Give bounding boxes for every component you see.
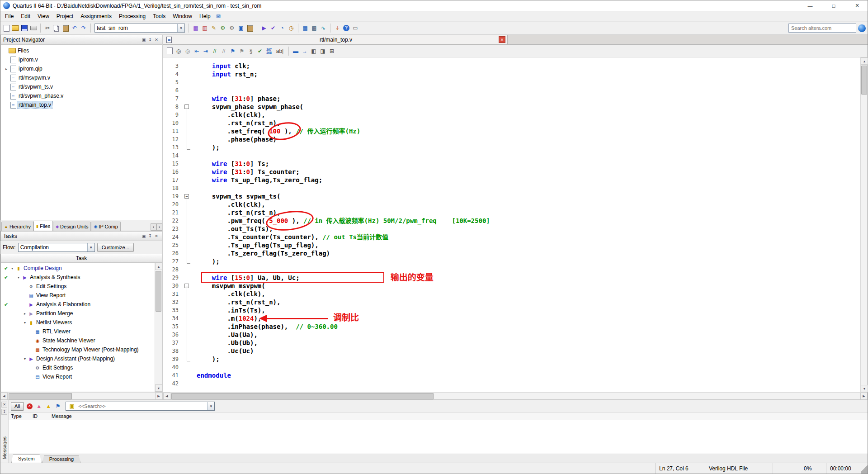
code-line[interactable]: 31 .clk(clk), [163,290,860,298]
copy-icon[interactable] [52,24,61,32]
indent-increase-icon[interactable]: ⇥ [202,47,210,55]
line-count-indicator[interactable]: 267 268 [265,47,273,55]
scroll-up-arrow[interactable]: ▲ [861,57,868,65]
code-line[interactable]: 27 ); [163,257,860,265]
maximize-button[interactable]: □ [823,0,844,11]
editor-tab-close-button[interactable]: ✕ [499,36,505,43]
task-item[interactable]: ⚙Edit Settings [1,363,155,372]
programmer-icon[interactable]: ↧ [333,24,341,32]
code-line[interactable]: 9 .clk(clk), [163,111,860,119]
bookmark-icon[interactable]: ⚑ [229,47,237,55]
code-line[interactable]: 16 wire [31:0] Ts_counter; [163,168,860,176]
pin-icon[interactable]: ↧ [147,233,153,239]
task-item[interactable]: ▾▶Design Assistant (Post-Mapping) [1,354,155,363]
tree-expand-icon[interactable]: ▾ [16,275,21,280]
code-line[interactable]: 7 wire [31:0] phase; [163,95,860,103]
customize-button[interactable]: Customize... [97,243,134,252]
globe-icon[interactable] [858,24,866,32]
messages-search-arrow-icon[interactable]: ▾ [207,402,214,410]
code-line[interactable]: 32 .rst_n(rst_n), [163,298,860,306]
word-wrap-icon[interactable]: ab| [274,47,286,55]
help-icon[interactable] [342,24,350,32]
menu-processing[interactable]: Processing [115,11,149,21]
code-line[interactable]: 15 wire [31:0] Ts; [163,160,860,168]
expand-arrow-icon[interactable]: ▸ [4,67,9,71]
scroll-left-arrow[interactable]: ◀ [163,393,170,400]
revision-select[interactable]: test_sin_rom▾ [94,24,185,33]
close-panel-icon[interactable]: ✕ [153,37,160,43]
code-line[interactable]: 14 [163,152,860,160]
close-panel-icon[interactable]: ✕ [153,233,160,239]
ruler-icon[interactable]: ▬ [292,47,300,55]
file-tree-item[interactable]: rtl/main_top.v [1,100,162,109]
task-item[interactable]: ▸▶Partition Merge [1,309,155,318]
left-panel-hscrollbar[interactable]: ◀ ▶ [0,392,162,399]
messages-all-button[interactable]: All [11,402,24,411]
task-item[interactable]: ✔▾▶Analysis & Synthesis [1,273,155,282]
goto-line-icon[interactable]: → [301,47,309,55]
file-tree-item[interactable]: ip/rom.v [1,55,162,64]
menu-file[interactable]: File [1,11,17,21]
error-filter-icon[interactable] [25,402,33,410]
next-bookmark-icon[interactable]: ⚑ [238,47,246,55]
feedback-icon[interactable]: ✉ [214,12,222,20]
timequest-icon[interactable]: ◔ [278,24,286,32]
tree-expand-icon[interactable]: ▸ [22,312,28,316]
attach-icon[interactable]: § [247,47,255,55]
fullscreen-icon[interactable]: ⊞ [328,47,336,55]
scroll-track[interactable] [170,393,860,400]
editor-hscrollbar[interactable]: ◀ ▶ [163,392,868,399]
scroll-thumb[interactable] [9,393,72,399]
split-vertical-icon[interactable]: ◨ [319,47,327,55]
altera-search-input[interactable] [788,24,856,33]
cut-icon[interactable]: ✂ [43,24,52,32]
code-line[interactable]: 24 .Ts_counter(Ts_counter), // out Ts当前计… [163,233,860,241]
chip-planner-icon[interactable]: ▦ [301,24,309,32]
task-item[interactable]: ◉State Machine Viewer [1,336,155,345]
tab-scroll-right-icon[interactable]: › [156,223,162,231]
code-line[interactable]: 5 [163,78,860,86]
code-line[interactable]: 26 .Ts_zero_flag(Ts_zero_flag) [163,249,860,257]
scroll-right-arrow[interactable]: ▶ [155,393,162,400]
device-settings-icon[interactable]: ⚙ [228,24,236,32]
messages-search-combo[interactable]: ▣ <<Search>> ▾ [66,402,215,411]
tree-expand-icon[interactable]: ▾ [22,321,28,325]
start-analysis-icon[interactable]: ✔ [269,24,277,32]
scroll-track[interactable] [155,270,162,384]
close-panel-icon[interactable]: ✕ [1,402,7,408]
fold-collapse-icon[interactable]: − [184,194,189,199]
waveform-icon[interactable]: ∿ [319,24,327,32]
new-doc-icon[interactable] [165,47,174,55]
warning-filter-icon[interactable]: ▲ [44,402,52,410]
code-line[interactable]: 33 .inTs(Ts), [163,306,860,314]
settings-gears-icon[interactable]: ⚙ [219,24,227,32]
task-item[interactable]: ▤View Report [1,372,155,381]
code-line[interactable]: 10 .rst_n(rst_n), [163,119,860,127]
uncomment-icon[interactable]: // [220,47,228,55]
code-line[interactable]: 41endmodule [163,371,860,379]
open-file-icon[interactable] [11,24,19,32]
code-line[interactable]: 36 .Ua(Ua), [163,331,860,339]
tab-scroll-left-icon[interactable]: ‹ [151,223,156,231]
assignment-editor-icon[interactable]: ▦ [192,24,200,32]
menu-project[interactable]: Project [53,11,77,21]
redo-icon[interactable]: ↷ [80,24,88,32]
netlist-viewer-icon[interactable]: ▩ [310,24,318,32]
task-item[interactable]: ▩Technology Map Viewer (Post-Mapping) [1,345,155,354]
fold-collapse-icon[interactable]: − [184,284,189,288]
file-tree-item[interactable]: rtl/svpwm_phase.v [1,91,162,100]
clipboard-check-icon[interactable] [246,24,254,32]
code-line[interactable]: 21 .rst_n(rst_n), [163,209,860,217]
tab-design-units[interactable]: ◆Design Units [53,222,91,231]
task-item[interactable]: ▤View Report [1,291,155,300]
scroll-track[interactable] [8,393,155,400]
minimize-button[interactable]: — [800,0,821,11]
critical-warning-filter-icon[interactable]: ▲ [35,402,43,410]
undo-icon[interactable]: ↶ [71,24,79,32]
editor-tab[interactable]: rtl/main_top.v ✕ [163,35,508,44]
split-horizontal-icon[interactable]: ◧ [310,47,318,55]
flag-filter-icon[interactable]: ⚑ [54,402,62,410]
code-line[interactable]: 37 .Ub(Ub), [163,339,860,347]
code-editor[interactable]: 3 input clk;4 input rst_n;567 wire [31:0… [163,57,860,392]
menu-view[interactable]: View [34,11,53,21]
